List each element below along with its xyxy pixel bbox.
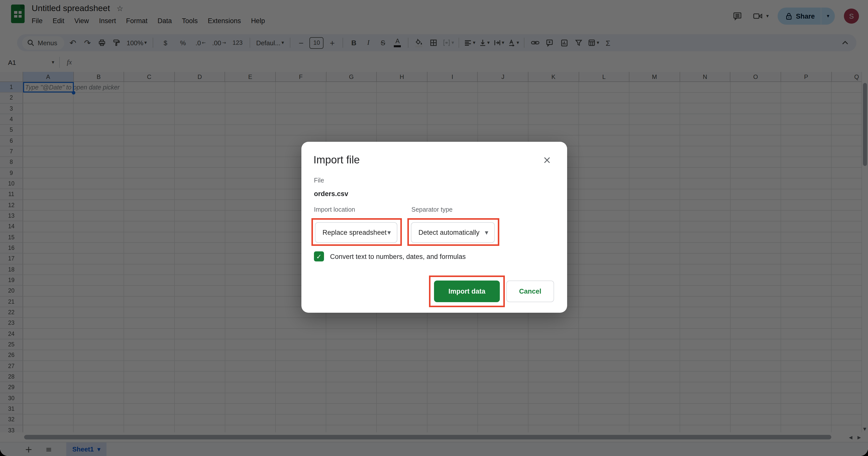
- annotation-box-import-button: [429, 276, 505, 307]
- file-label: File: [314, 177, 324, 184]
- dialog-title: Import file: [313, 154, 360, 166]
- convert-checkbox-label: Convert text to numbers, dates, and form…: [330, 253, 466, 260]
- convert-checkbox[interactable]: ✓: [314, 251, 324, 261]
- import-location-label: Import location: [314, 206, 355, 213]
- cancel-button[interactable]: Cancel: [506, 281, 554, 302]
- annotation-box-import-location: [311, 218, 402, 246]
- screenshot-stage: Untitled spreadsheet ☆ FileEditViewInser…: [0, 0, 868, 456]
- close-icon[interactable]: ×: [541, 154, 553, 166]
- google-sheets-app: Untitled spreadsheet ☆ FileEditViewInser…: [0, 0, 868, 456]
- annotation-box-separator-type: [407, 218, 499, 246]
- file-name: orders.csv: [314, 190, 348, 198]
- separator-type-label: Separator type: [411, 206, 453, 213]
- convert-checkbox-row: ✓ Convert text to numbers, dates, and fo…: [314, 251, 466, 261]
- import-file-dialog: Import file × File orders.csv Import loc…: [301, 142, 567, 313]
